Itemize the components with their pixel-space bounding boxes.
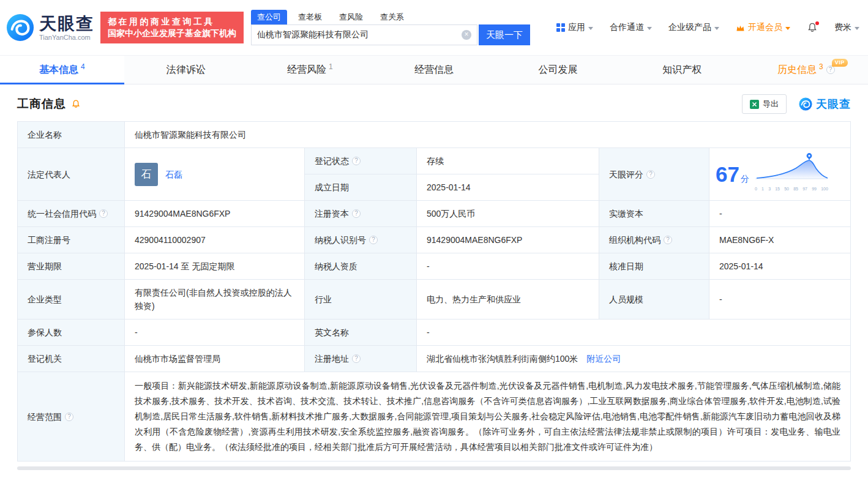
search-tab-risk[interactable]: 查风险 (333, 10, 369, 24)
monitor-bell-icon[interactable] (71, 99, 81, 109)
help-icon[interactable]: ? (352, 157, 361, 165)
score-axis-ticks: 01 315 5085 9799 100 (754, 182, 829, 196)
paid-capital-value: - (709, 201, 851, 227)
help-icon[interactable]: ? (664, 236, 672, 244)
nav-apps-label: 应用 (568, 22, 585, 33)
nav-open-vip-label: 开通会员 (748, 22, 782, 33)
tab-development[interactable]: 公司发展 (496, 56, 620, 84)
english-name-label: 英文名称 (305, 320, 417, 346)
help-icon[interactable]: ? (352, 354, 361, 363)
search-tabs: 查公司 查老板 查风险 查关系 (251, 10, 530, 24)
search-area: 查公司 查老板 查风险 查关系 × 天眼一下 (251, 10, 530, 45)
tab-history-label: 历史信息 (777, 64, 817, 77)
watermark-logo-text: 天眼查 (816, 97, 851, 111)
help-icon[interactable]: ? (369, 236, 378, 244)
search-tab-company[interactable]: 查公司 (251, 10, 287, 24)
nav-user-label: 费米 (834, 22, 851, 33)
table-row: 参保人数 - 英文名称 - (18, 320, 851, 346)
help-icon[interactable]: ? (646, 170, 655, 179)
company-type-value: 有限责任公司(非自然人投资或控股的法人独资) (125, 280, 305, 320)
nav-apps[interactable]: 应用 (556, 22, 593, 33)
help-icon[interactable]: ? (352, 209, 361, 218)
table-row: 经营范围? 一般项目：新兴能源技术研发,新能源原动设备制造,新能源原动设备销售,… (18, 372, 851, 462)
legal-rep-label: 法定代表人 (18, 148, 125, 201)
slogan-line2: 国家中小企业发展子基金旗下机构 (108, 28, 236, 39)
tab-basic-info[interactable]: 基本信息 4 (0, 56, 124, 84)
business-scope-label: 经营范围? (18, 372, 125, 462)
reg-capital-label: 注册资本? (305, 201, 417, 227)
legal-rep-cell: 石 石磊 (125, 148, 305, 201)
search-tab-boss[interactable]: 查老板 (292, 10, 328, 24)
establish-date-value: 2025-01-14 (417, 174, 599, 201)
export-button[interactable]: 导出 (742, 94, 787, 114)
excel-icon (750, 100, 759, 109)
table-row: 营业期限 2025-01-14 至 无固定期限 纳税人资质 - 核准日期 202… (18, 253, 851, 280)
table-row: 统一社会信用代码? 91429004MAE8NG6FXP 注册资本? 500万人… (18, 201, 851, 227)
search-input[interactable] (257, 30, 462, 40)
business-term-label: 营业期限 (18, 253, 125, 280)
tab-ip-label: 知识产权 (662, 64, 702, 77)
establish-date-label: 成立日期 (305, 174, 417, 201)
company-name-label: 企业名称 (18, 122, 125, 148)
tab-operation[interactable]: 经营信息 (372, 56, 496, 84)
section-head: 工商信息 导出 天眼查 (17, 94, 851, 114)
tab-operation-label: 经营信息 (414, 64, 454, 77)
business-term-value: 2025-01-14 至 无固定期限 (125, 253, 305, 280)
credit-code-value: 91429004MAE8NG6FXP (125, 201, 305, 227)
clear-search-icon[interactable]: × (462, 30, 471, 40)
search-box: × (251, 24, 477, 45)
notifications-bell[interactable] (807, 22, 818, 33)
table-row: 登记机关 仙桃市市场监督管理局 注册地址? 湖北省仙桃市张沟镇胜利街南侧约100… (18, 346, 851, 372)
taxpayer-quality-label: 纳税人资质 (305, 253, 417, 280)
reg-status-value: 存续 (417, 148, 599, 174)
notification-dot (815, 21, 819, 25)
legal-rep-link[interactable]: 石磊 (165, 168, 182, 181)
industry-label: 行业 (305, 280, 417, 320)
approval-date-label: 核准日期 (599, 253, 709, 280)
reg-authority-value: 仙桃市市场监督管理局 (125, 346, 305, 372)
company-name-value: 仙桃市智源聚能科技有限公司 (125, 122, 851, 148)
staff-size-label: 人员规模 (599, 280, 709, 320)
nav-partners[interactable]: 合作通道 (610, 22, 652, 33)
watermark-logo[interactable]: 天眼查 (799, 97, 851, 111)
table-row: 法定代表人 石 石磊 登记状态 ? 存续 天眼评分 ? 67 分 (18, 148, 851, 174)
score-label: 天眼评分 ? (599, 148, 709, 201)
tab-legal[interactable]: 法律诉讼 (124, 56, 249, 84)
taxpayer-id-value: 91429004MAE8NG6FXP (417, 227, 599, 253)
score-curve-chart: 01 315 5085 9799 100 (754, 152, 829, 196)
search-tab-relation[interactable]: 查关系 (374, 10, 410, 24)
crown-icon (736, 24, 745, 32)
reg-address-label: 注册地址? (305, 346, 417, 372)
help-icon[interactable]: ? (99, 209, 108, 218)
score-unit: 分 (741, 172, 749, 185)
tab-history[interactable]: 历史信息 3 ? VIP (744, 56, 868, 84)
chevron-down-icon (647, 27, 652, 30)
staff-size-value: - (709, 280, 851, 320)
company-type-label: 企业类型 (18, 280, 125, 320)
help-icon[interactable]: ? (65, 413, 73, 421)
slogan-banner: 都在用的商业查询工具 国家中小企业发展子基金旗下机构 (100, 12, 244, 43)
tab-development-label: 公司发展 (539, 64, 578, 77)
help-icon[interactable]: ? (826, 65, 835, 74)
score-figure: 67 分 (716, 162, 749, 187)
nav-user[interactable]: 费米 (834, 22, 859, 33)
vip-badge: VIP (832, 59, 848, 67)
tab-risk[interactable]: 经营风险 1 (248, 56, 372, 84)
approval-date-value: 2025-01-14 (709, 253, 851, 280)
nearby-companies-link[interactable]: 附近公司 (586, 354, 621, 364)
reg-address-value: 湖北省仙桃市张沟镇胜利街南侧约100米 (427, 354, 578, 364)
legal-rep-avatar[interactable]: 石 (135, 163, 158, 186)
horizontal-scrollbar[interactable] (17, 466, 851, 470)
score-value: 67 (716, 162, 739, 187)
nav-open-vip[interactable]: 开通会员 (736, 22, 790, 33)
tianyancha-logo[interactable]: 天眼查 TianYanCha.com (6, 13, 94, 42)
search-button[interactable]: 天眼一下 (479, 24, 530, 45)
paid-capital-label: 实缴资本 (599, 201, 709, 227)
nav-enterprise-label: 企业级产品 (668, 22, 711, 33)
tab-risk-label: 经营风险 (287, 64, 326, 77)
taxpayer-id-label: 纳税人识别号? (305, 227, 417, 253)
reg-address-cell: 湖北省仙桃市张沟镇胜利街南侧约100米 附近公司 (417, 346, 851, 372)
tab-ip[interactable]: 知识产权 (620, 56, 744, 84)
org-code-label: 组织机构代码? (599, 227, 709, 253)
nav-enterprise[interactable]: 企业级产品 (668, 22, 719, 33)
